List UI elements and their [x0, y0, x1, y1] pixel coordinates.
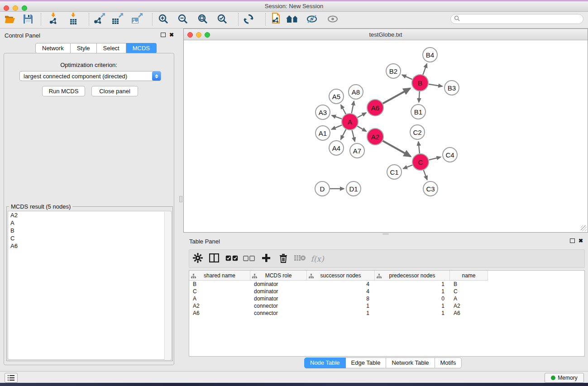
- result-node-item[interactable]: B: [8, 227, 171, 234]
- network-canvas[interactable]: B4B2BB3A5A8A6A3B1AA1C2A2A4A7C4CC1C3DD1: [184, 40, 588, 232]
- table-cell-mcds_role[interactable]: dominator: [250, 288, 307, 295]
- minimize-window-button[interactable]: [13, 5, 18, 11]
- import-network-button[interactable]: [44, 12, 62, 27]
- hide-selected-button[interactable]: [303, 12, 321, 27]
- horizontal-splitter-handle[interactable]: [382, 233, 389, 235]
- deselect-all-checkboxes-button[interactable]: [242, 252, 256, 266]
- table-cell-name[interactable]: A6: [450, 310, 488, 316]
- graph-edge-A-A2[interactable]: [357, 126, 366, 132]
- zoom-fit-button[interactable]: [194, 12, 212, 27]
- close-panel-icon[interactable]: ✖: [169, 33, 174, 37]
- graph-edge-A-A1[interactable]: [331, 125, 342, 129]
- column-header-predecessor_nodes[interactable]: predecessor nodes: [375, 271, 450, 281]
- tab-edge-table[interactable]: Edge Table: [346, 357, 387, 368]
- graph-edge-A6-B[interactable]: [383, 88, 411, 104]
- graph-node-B1[interactable]: B1: [411, 104, 426, 119]
- network-window-titlebar[interactable]: testGlobe.txt: [184, 29, 588, 40]
- tab-network[interactable]: Network: [35, 43, 71, 53]
- close-table-panel-icon[interactable]: ✖: [578, 238, 583, 243]
- table-row[interactable]: A6connector11A6: [189, 310, 584, 317]
- delete-columns-button[interactable]: [276, 252, 291, 266]
- mcds-result-list[interactable]: A2ABCA6: [8, 211, 172, 360]
- graph-edge-C-C4[interactable]: [429, 157, 440, 160]
- table-cell-predecessor_nodes[interactable]: 1: [375, 281, 450, 287]
- import-table-button[interactable]: [64, 12, 82, 27]
- window-resize-grip[interactable]: [581, 225, 587, 231]
- graph-edge-A-A6[interactable]: [358, 113, 366, 118]
- delete-table-button[interactable]: [293, 252, 307, 266]
- refresh-button[interactable]: [239, 12, 258, 27]
- graph-edge-B-B2[interactable]: [402, 75, 412, 79]
- table-cell-mcds_role[interactable]: dominator: [250, 295, 307, 302]
- graph-node-C4[interactable]: C4: [442, 147, 458, 162]
- result-scrollbar[interactable]: [164, 212, 171, 360]
- function-builder-button[interactable]: f(x): [310, 252, 325, 266]
- table-row[interactable]: A2connector11A2: [189, 302, 584, 310]
- graph-edge-A-A4[interactable]: [341, 129, 346, 139]
- first-neighbors-button[interactable]: [283, 12, 301, 27]
- table-row[interactable]: Bdominator41B: [189, 281, 584, 288]
- graph-node-C3[interactable]: C3: [423, 181, 438, 196]
- tab-motifs[interactable]: Motifs: [435, 357, 462, 368]
- graph-node-C2[interactable]: C2: [410, 124, 425, 140]
- close-panel-button[interactable]: Close panel: [91, 86, 138, 96]
- network-close-button[interactable]: [187, 32, 193, 38]
- zoom-out-button[interactable]: [174, 12, 192, 27]
- vertical-splitter-handle[interactable]: [179, 196, 182, 202]
- optimization-criterion-select[interactable]: largest connected component (directed): [19, 71, 161, 81]
- network-zoom-button[interactable]: [205, 32, 210, 38]
- table-cell-successor_nodes[interactable]: 4: [307, 281, 375, 287]
- graph-edge-C-C3[interactable]: [424, 170, 427, 180]
- graph-edge-A-A3[interactable]: [332, 115, 342, 119]
- table-cell-shared_name[interactable]: A6: [189, 310, 250, 316]
- graph-edge-A-A7[interactable]: [352, 130, 355, 141]
- tab-node-table[interactable]: Node Table: [304, 357, 346, 368]
- close-window-button[interactable]: [4, 5, 9, 11]
- graph-node-B4[interactable]: B4: [422, 47, 438, 62]
- table-row[interactable]: Cdominator41C: [189, 288, 584, 295]
- table-cell-mcds_role[interactable]: dominator: [250, 281, 307, 287]
- graph-edge-A-A5[interactable]: [341, 105, 346, 114]
- table-cell-name[interactable]: A: [450, 295, 488, 302]
- export-network-button[interactable]: [91, 12, 109, 27]
- result-node-item[interactable]: A6: [8, 242, 171, 250]
- export-image-button[interactable]: [128, 12, 146, 27]
- table-settings-button[interactable]: [191, 252, 205, 266]
- search-input[interactable]: [462, 15, 583, 23]
- graph-node-A3[interactable]: A3: [315, 105, 330, 120]
- search-field[interactable]: [450, 14, 583, 24]
- graph-node-D[interactable]: D: [315, 181, 330, 196]
- graph-node-A4[interactable]: A4: [329, 140, 344, 156]
- graph-node-B3[interactable]: B3: [444, 80, 459, 95]
- table-cell-shared_name[interactable]: A: [189, 295, 250, 302]
- select-all-checkboxes-button[interactable]: [225, 252, 239, 266]
- table-cell-predecessor_nodes[interactable]: 1: [375, 310, 450, 316]
- zoom-window-button[interactable]: [22, 5, 27, 11]
- graph-edge-B-B1[interactable]: [419, 91, 420, 102]
- network-from-selection-button[interactable]: [267, 12, 285, 27]
- open-session-button[interactable]: [1, 12, 19, 27]
- table-cell-successor_nodes[interactable]: 8: [307, 295, 375, 302]
- graph-edge-A-A8[interactable]: [352, 101, 354, 114]
- table-cell-shared_name[interactable]: A2: [189, 303, 250, 309]
- tab-select[interactable]: Select: [97, 43, 126, 53]
- network-minimize-button[interactable]: [196, 32, 201, 38]
- graph-node-A6[interactable]: A6: [367, 99, 384, 116]
- tab-network-table[interactable]: Network Table: [386, 357, 435, 368]
- column-header-successor_nodes[interactable]: successor nodes: [307, 271, 375, 281]
- table-cell-mcds_role[interactable]: connector: [250, 303, 307, 309]
- run-mcds-button[interactable]: Run MCDS: [42, 86, 85, 96]
- table-cell-successor_nodes[interactable]: 1: [307, 310, 375, 316]
- task-history-button[interactable]: [5, 373, 18, 383]
- column-header-mcds_role[interactable]: MCDS role: [250, 271, 307, 281]
- export-table-button[interactable]: [109, 12, 127, 27]
- graph-edge-B-B3[interactable]: [429, 84, 442, 86]
- graph-node-A1[interactable]: A1: [315, 125, 330, 141]
- table-cell-name[interactable]: C: [450, 288, 488, 295]
- graph-node-A[interactable]: A: [341, 113, 359, 130]
- save-session-button[interactable]: [19, 12, 37, 27]
- graph-node-A8[interactable]: A8: [348, 84, 363, 100]
- table-cell-shared_name[interactable]: C: [189, 288, 250, 295]
- graph-node-A2[interactable]: A2: [367, 128, 384, 145]
- float-panel-icon[interactable]: [161, 33, 166, 37]
